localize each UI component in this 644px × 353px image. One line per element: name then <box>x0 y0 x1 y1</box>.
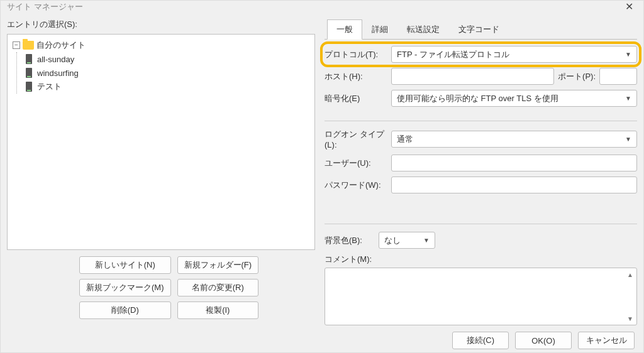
scroll-up-icon[interactable]: ▲ <box>625 269 635 280</box>
host-input[interactable] <box>391 68 554 85</box>
logon-type-select[interactable]: 通常 ▼ <box>391 131 637 148</box>
logon-type-value: 通常 <box>397 134 413 145</box>
server-icon <box>26 68 32 78</box>
protocol-select[interactable]: FTP - ファイル転送プロトコル ▼ <box>391 46 637 63</box>
window-title: サイト マネージャー <box>7 1 83 13</box>
separator <box>325 121 637 121</box>
new-bookmark-button[interactable]: 新規ブックマーク(M) <box>79 279 171 296</box>
left-button-grid: 新しいサイト(N) 新規フォルダー(F) 新規ブックマーク(M) 名前の変更(R… <box>7 250 258 325</box>
chevron-down-icon: ▼ <box>625 95 631 102</box>
tab-bar: 一般 詳細 転送設定 文字コード <box>325 19 637 39</box>
rename-button[interactable]: 名前の変更(R) <box>177 279 259 296</box>
tree-item-label: all-sunday <box>37 55 74 64</box>
protocol-label: プロトコル(T): <box>325 49 387 60</box>
user-label: ユーザー(U): <box>325 158 387 169</box>
protocol-highlight: プロトコル(T): FTP - ファイル転送プロトコル ▼ <box>320 41 641 67</box>
tree-item-label: テスト <box>37 81 62 92</box>
duplicate-button[interactable]: 複製(I) <box>177 301 259 319</box>
separator <box>325 224 637 224</box>
port-input[interactable] <box>599 68 637 85</box>
tab-charset[interactable]: 文字コード <box>449 19 509 40</box>
close-icon[interactable]: ✕ <box>621 1 637 13</box>
server-icon <box>26 54 32 64</box>
password-input[interactable] <box>391 176 637 193</box>
site-manager-dialog: サイト マネージャー ✕ エントリの選択(S): − 自分のサイト all-su… <box>0 0 644 353</box>
bgcolor-label: 背景色(B): <box>325 235 375 246</box>
tree-item[interactable]: all-sunday <box>22 52 312 66</box>
host-label: ホスト(H): <box>325 71 387 82</box>
encryption-select[interactable]: 使用可能なら明示的な FTP over TLS を使用 ▼ <box>391 90 637 107</box>
tree-item[interactable]: windsurfing <box>22 66 312 80</box>
left-panel: エントリの選択(S): − 自分のサイト all-sunday windsurf… <box>7 19 315 325</box>
ok-button[interactable]: OK(O) <box>515 332 572 349</box>
tree-item-label: windsurfing <box>37 68 79 78</box>
new-site-button[interactable]: 新しいサイト(N) <box>79 256 171 274</box>
password-label: パスワード(W): <box>325 180 387 191</box>
site-tree[interactable]: − 自分のサイト all-sunday windsurfing <box>7 34 315 250</box>
titlebar: サイト マネージャー ✕ <box>1 1 643 13</box>
folder-icon <box>23 41 34 50</box>
tab-transfer[interactable]: 転送設定 <box>397 19 449 40</box>
tree-root[interactable]: − 自分のサイト <box>10 38 312 52</box>
chevron-down-icon: ▼ <box>625 51 631 58</box>
dialog-footer: 接続(C) OK(O) キャンセル <box>1 325 643 353</box>
content-area: エントリの選択(S): − 自分のサイト all-sunday windsurf… <box>1 13 643 325</box>
protocol-value: FTP - ファイル転送プロトコル <box>397 49 509 60</box>
encryption-value: 使用可能なら明示的な FTP over TLS を使用 <box>397 93 558 104</box>
new-folder-button[interactable]: 新規フォルダー(F) <box>177 256 259 274</box>
bgcolor-value: なし <box>384 235 401 246</box>
logon-type-label: ログオン タイプ(L): <box>325 129 387 149</box>
encryption-label: 暗号化(E) <box>325 93 387 104</box>
delete-button[interactable]: 削除(D) <box>79 301 171 319</box>
tree-children: all-sunday windsurfing テスト <box>16 52 312 94</box>
port-label: ポート(P): <box>558 71 596 82</box>
tree-item[interactable]: テスト <box>22 80 312 94</box>
server-icon <box>26 82 32 92</box>
bgcolor-select[interactable]: なし ▼ <box>379 232 435 249</box>
comment-label: コメント(M): <box>325 254 637 265</box>
cancel-button[interactable]: キャンセル <box>578 332 635 349</box>
tab-general[interactable]: 一般 <box>327 19 362 40</box>
tab-advanced[interactable]: 詳細 <box>362 19 397 40</box>
comment-textarea[interactable]: ▲ ▼ <box>325 268 637 325</box>
right-panel: 一般 詳細 転送設定 文字コード プロトコル(T): FTP - ファイル転送プ… <box>325 19 637 325</box>
chevron-down-icon: ▼ <box>625 136 631 143</box>
entry-select-label: エントリの選択(S): <box>7 19 315 30</box>
connect-button[interactable]: 接続(C) <box>452 332 509 349</box>
tree-root-label: 自分のサイト <box>36 40 86 51</box>
user-input[interactable] <box>391 155 637 171</box>
scroll-down-icon[interactable]: ▼ <box>625 313 635 323</box>
tab-general-body: プロトコル(T): FTP - ファイル転送プロトコル ▼ ホスト(H): ポー… <box>325 39 637 325</box>
chevron-down-icon: ▼ <box>423 237 430 244</box>
collapse-icon[interactable]: − <box>13 41 20 49</box>
